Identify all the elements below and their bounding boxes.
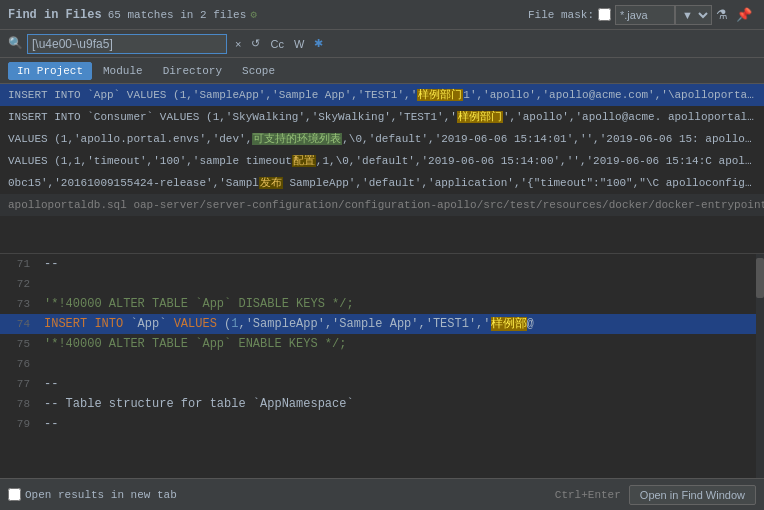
filter-icon[interactable]: ⚗ — [712, 5, 732, 24]
search-actions: × ↺ Cc W ✱ — [231, 34, 327, 54]
top-bar: Find in Files 65 matches in 2 files ⚙ Fi… — [0, 0, 764, 30]
file-mask-checkbox[interactable] — [598, 8, 611, 21]
code-line: 76 — [0, 354, 764, 374]
tab-scope[interactable]: Scope — [233, 62, 284, 80]
result-row[interactable]: INSERT INTO `App` VALUES (1,'SampleApp',… — [0, 84, 764, 106]
shortcut-label: Ctrl+Enter — [555, 489, 621, 501]
pin-icon[interactable]: 📌 — [732, 5, 756, 24]
bottom-bar: Open results in new tab Ctrl+Enter Open … — [0, 478, 764, 510]
open-find-window-button[interactable]: Open in Find Window — [629, 485, 756, 505]
code-line: 77 -- — [0, 374, 764, 394]
code-line: 73 '*!40000 ALTER TABLE `App` DISABLE KE… — [0, 294, 764, 314]
result-row[interactable]: 0bc15','20161009155424-release','Sampl发布… — [0, 172, 764, 194]
tab-module[interactable]: Module — [94, 62, 152, 80]
open-results-label: Open results in new tab — [25, 489, 177, 501]
case-sensitive-button[interactable]: Cc — [266, 34, 287, 54]
tab-in-project[interactable]: In Project — [8, 62, 92, 80]
result-row[interactable]: VALUES (1,1,'timeout','100','sample time… — [0, 150, 764, 172]
spinner-icon: ⚙ — [250, 8, 257, 21]
whole-word-button[interactable]: W — [290, 34, 308, 54]
file-mask-input[interactable] — [615, 5, 675, 25]
search-bar: 🔍 × ↺ Cc W ✱ — [0, 30, 764, 58]
code-line-highlighted: 74 INSERT INTO `App` VALUES (1,'SampleAp… — [0, 314, 764, 334]
regex-button[interactable]: ✱ — [310, 34, 327, 54]
file-path-row: apolloportaldb.sql oap-server/server-con… — [0, 194, 764, 216]
vertical-scrollbar[interactable] — [756, 254, 764, 489]
match-count: 65 matches in 2 files — [108, 9, 247, 21]
clear-search-button[interactable]: × — [231, 34, 245, 54]
search-icon: 🔍 — [8, 36, 23, 51]
code-line: 72 — [0, 274, 764, 294]
file-path-text: apolloportaldb.sql oap-server/server-con… — [8, 199, 764, 211]
panel-title: Find in Files — [8, 8, 102, 22]
result-row[interactable]: INSERT INTO `Consumer` VALUES (1,'SkyWal… — [0, 106, 764, 128]
result-row[interactable]: VALUES (1,'apollo.portal.envs','dev',可支持… — [0, 128, 764, 150]
results-area[interactable]: INSERT INTO `App` VALUES (1,'SampleApp',… — [0, 84, 764, 254]
file-mask-dropdown[interactable]: ▼ — [675, 5, 712, 25]
code-line: 78 -- Table structure for table `AppName… — [0, 394, 764, 414]
prev-match-button[interactable]: ↺ — [247, 34, 264, 54]
code-line: 71 -- — [0, 254, 764, 274]
file-mask-label: File mask: — [528, 9, 594, 21]
search-input[interactable] — [27, 34, 227, 54]
code-line: 79 -- — [0, 414, 764, 434]
tab-directory[interactable]: Directory — [154, 62, 231, 80]
code-line: 75 '*!40000 ALTER TABLE `App` ENABLE KEY… — [0, 334, 764, 354]
code-editor[interactable]: 71 -- 72 73 '*!40000 ALTER TABLE `App` D… — [0, 254, 764, 489]
tabs-bar: In Project Module Directory Scope — [0, 58, 764, 84]
open-results-checkbox[interactable] — [8, 488, 21, 501]
